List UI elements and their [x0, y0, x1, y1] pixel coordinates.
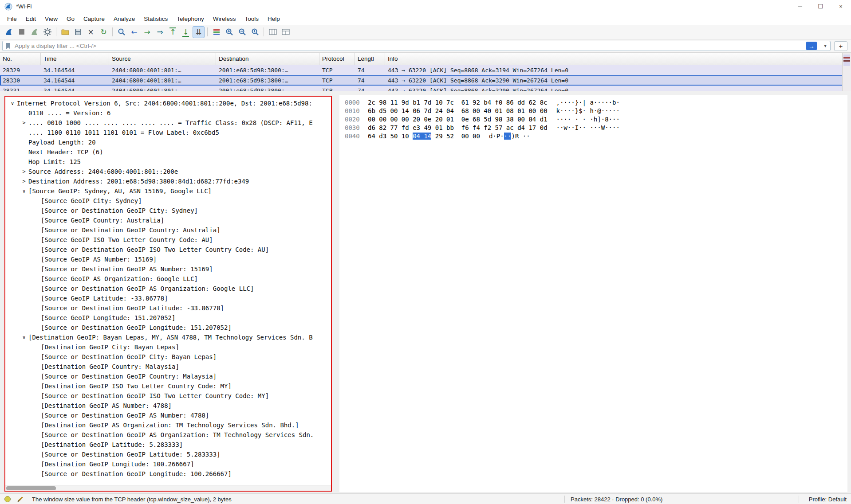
- zoom-normal-icon[interactable]: [249, 26, 261, 38]
- expander-icon[interactable]: [32, 459, 41, 469]
- detail-tree-node[interactable]: [Source or Destination GeoIP City: Bayan…: [5, 352, 331, 362]
- menu-item[interactable]: Go: [62, 13, 79, 25]
- expander-icon[interactable]: [20, 157, 28, 167]
- minimize-button[interactable]: ─: [790, 0, 810, 13]
- expander-icon[interactable]: [32, 254, 41, 264]
- packet-row[interactable]: 28330 34.164544 2404:6800:4001:801:… 200…: [0, 75, 851, 86]
- detail-tree-node[interactable]: [Destination GeoIP Latitude: 5.283333]: [5, 440, 331, 449]
- maximize-button[interactable]: ☐: [810, 0, 831, 13]
- column-header-length[interactable]: Lengtl: [355, 53, 385, 65]
- expander-icon[interactable]: [32, 430, 41, 440]
- expander-icon[interactable]: [32, 323, 41, 332]
- close-file-icon[interactable]: ×: [85, 26, 97, 38]
- detail-tree-node[interactable]: Next Header: TCP (6): [5, 147, 331, 157]
- column-header-protocol[interactable]: Protocol: [319, 53, 355, 65]
- menu-item[interactable]: Tools: [240, 13, 263, 25]
- expander-icon[interactable]: [32, 362, 41, 371]
- expander-icon[interactable]: [32, 293, 41, 303]
- detail-tree-node[interactable]: [Source or Destination GeoIP Latitude: -…: [5, 303, 331, 313]
- find-packet-icon[interactable]: [115, 26, 127, 38]
- detail-tree-node[interactable]: [Source GeoIP Longitude: 151.207052]: [5, 313, 331, 323]
- menu-item[interactable]: Wireless: [209, 13, 240, 25]
- detail-tree-node[interactable]: [Source or Destination GeoIP Latitude: 5…: [5, 449, 331, 459]
- zoom-out-icon[interactable]: [236, 26, 248, 38]
- save-file-icon[interactable]: [72, 26, 84, 38]
- expander-icon[interactable]: [32, 284, 41, 293]
- go-to-top-icon[interactable]: ↑: [167, 26, 179, 38]
- detail-tree-node[interactable]: [Destination GeoIP Longitude: 100.266667…: [5, 459, 331, 469]
- menu-item[interactable]: Telephony: [172, 13, 209, 25]
- expander-icon[interactable]: [32, 303, 41, 313]
- reload-file-icon[interactable]: ↻: [98, 26, 110, 38]
- expander-icon[interactable]: [32, 225, 41, 235]
- expander-icon[interactable]: [32, 245, 41, 254]
- start-capture-icon[interactable]: [3, 26, 15, 38]
- go-to-packet-icon[interactable]: ⇒: [154, 26, 166, 38]
- expander-icon[interactable]: [20, 137, 28, 147]
- hex-line[interactable]: 0000 2c 98 11 9d b1 7d 10 7c 61 92 b4 f0…: [339, 98, 847, 107]
- detail-tree-node[interactable]: [Source or Destination GeoIP AS Organiza…: [5, 284, 331, 293]
- detail-tree-node[interactable]: [Source or Destination GeoIP Longitude: …: [5, 469, 331, 479]
- resize-columns-icon[interactable]: [267, 26, 279, 38]
- expander-icon[interactable]: [32, 215, 41, 225]
- profile-label[interactable]: Profile: Default: [809, 496, 847, 503]
- expander-icon[interactable]: [32, 440, 41, 449]
- stop-capture-icon[interactable]: [16, 26, 28, 38]
- column-header-time[interactable]: Time: [41, 53, 109, 65]
- filter-bookmark-icon[interactable]: [5, 43, 11, 50]
- detail-tree-node[interactable]: [Destination GeoIP City: Bayan Lepas]: [5, 342, 331, 352]
- detail-tree-node[interactable]: [Destination GeoIP AS Organization: TM T…: [5, 420, 331, 430]
- expander-icon[interactable]: [32, 206, 41, 215]
- restart-capture-icon[interactable]: [28, 26, 40, 38]
- hex-line[interactable]: 0040 64 d3 50 10 04 14 29 52 00 00 d·P··…: [339, 132, 847, 141]
- column-header-source[interactable]: Source: [109, 53, 216, 65]
- detail-tree-node[interactable]: > Destination Address: 2001:e68:5d98:380…: [5, 176, 331, 186]
- detail-tree-node[interactable]: [Source GeoIP AS Number: 15169]: [5, 254, 331, 264]
- detail-tree-node[interactable]: [Source or Destination GeoIP Country: Ma…: [5, 371, 331, 381]
- detail-tree-node[interactable]: ∨ [Source GeoIP: Sydney, AU, ASN 15169, …: [5, 186, 331, 196]
- detail-tree-node[interactable]: .... 1100 0110 1011 1101 0101 = Flow Lab…: [5, 128, 331, 137]
- details-horizontal-scrollbar[interactable]: [5, 485, 331, 491]
- expander-icon[interactable]: [32, 264, 41, 274]
- scrollbar-thumb[interactable]: [6, 486, 56, 490]
- expander-icon[interactable]: [32, 371, 41, 381]
- go-back-icon[interactable]: ←: [128, 26, 140, 38]
- expander-icon[interactable]: [32, 449, 41, 459]
- open-file-icon[interactable]: [59, 26, 71, 38]
- display-filter-input[interactable]: Apply a display filter ... <Ctrl-/> → ▾: [2, 41, 831, 51]
- go-forward-icon[interactable]: →: [141, 26, 153, 38]
- menu-item[interactable]: Capture: [79, 13, 109, 25]
- hex-line[interactable]: 0030 d6 82 77 fd e3 49 01 bb f6 f4 f2 57…: [339, 124, 847, 132]
- hex-line[interactable]: 0010 6b d5 00 14 06 7d 24 04 68 00 40 01…: [339, 107, 847, 115]
- detail-tree-node[interactable]: [Source GeoIP ISO Two Letter Country Cod…: [5, 235, 331, 245]
- column-header-no[interactable]: No.: [0, 53, 41, 65]
- add-filter-button[interactable]: +: [834, 41, 847, 51]
- expander-icon[interactable]: [32, 469, 41, 479]
- expander-icon[interactable]: [32, 352, 41, 362]
- expander-icon[interactable]: [32, 235, 41, 245]
- detail-tree-node[interactable]: [Source GeoIP Latitude: -33.86778]: [5, 293, 331, 303]
- expander-icon[interactable]: >: [20, 176, 28, 186]
- close-button[interactable]: ×: [831, 0, 851, 13]
- menu-item[interactable]: Analyze: [109, 13, 139, 25]
- detail-tree-node[interactable]: 0110 .... = Version: 6: [5, 108, 331, 118]
- expander-icon[interactable]: [32, 420, 41, 430]
- filter-dropdown-icon[interactable]: ▾: [824, 43, 827, 49]
- packet-row[interactable]: 28329 34.164544 2404:6800:4001:801:… 200…: [0, 65, 851, 75]
- expander-icon[interactable]: [32, 196, 41, 206]
- menu-item[interactable]: Help: [263, 13, 284, 25]
- packet-list-scrollbar[interactable]: [842, 53, 851, 91]
- detail-tree-node[interactable]: [Source or Destination GeoIP ISO Two Let…: [5, 391, 331, 401]
- detail-tree-node[interactable]: [Source or Destination GeoIP AS Organiza…: [5, 430, 331, 440]
- menu-item[interactable]: File: [3, 13, 21, 25]
- detail-tree-node[interactable]: [Source or Destination GeoIP Longitude: …: [5, 323, 331, 332]
- zoom-in-icon[interactable]: [223, 26, 235, 38]
- menu-item[interactable]: View: [40, 13, 62, 25]
- detail-tree-node[interactable]: Hop Limit: 125: [5, 157, 331, 167]
- expander-icon[interactable]: >: [20, 118, 28, 128]
- detail-tree-node[interactable]: [Source or Destination GeoIP Country: Au…: [5, 225, 331, 235]
- detail-tree-node[interactable]: [Destination GeoIP ISO Two Letter Countr…: [5, 381, 331, 391]
- expander-icon[interactable]: [32, 313, 41, 323]
- menu-item[interactable]: Edit: [21, 13, 40, 25]
- detail-tree-node[interactable]: [Source or Destination GeoIP AS Number: …: [5, 264, 331, 274]
